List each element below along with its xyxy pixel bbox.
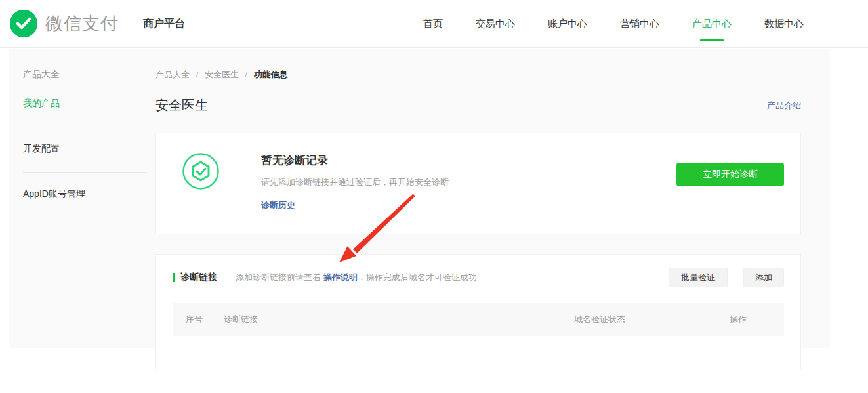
- header-divider: [131, 16, 131, 31]
- operation-guide-link[interactable]: 操作说明: [323, 272, 358, 282]
- nav-item-marketing-center[interactable]: 营销中心: [620, 18, 659, 30]
- breadcrumb-function-info: 功能信息: [254, 70, 288, 79]
- top-header: 微信支付 商户平台 首页 交易中心 账户中心 营销中心 产品中心 数据中心: [0, 0, 868, 48]
- main-content: 产品大全 / 安全医生 / 功能信息 安全医生 产品介绍 暂无诊断记录 请先添加…: [155, 49, 801, 348]
- column-header-link: 诊断链接: [224, 314, 574, 325]
- sidebar-item-all-products[interactable]: 产品大全: [9, 69, 155, 81]
- column-header-index: 序号: [173, 314, 224, 325]
- links-hint-text: 添加诊断链接前请查看 操作说明，操作完成后域名才可验证成功: [236, 272, 477, 283]
- product-intro-link[interactable]: 产品介绍: [767, 100, 801, 112]
- sidebar-divider: [23, 172, 146, 173]
- nav-item-home[interactable]: 首页: [423, 18, 443, 30]
- sidebar-item-my-products[interactable]: 我的产品: [9, 98, 155, 110]
- breadcrumb-separator: /: [196, 70, 199, 79]
- start-diagnosis-button[interactable]: 立即开始诊断: [676, 163, 784, 186]
- links-card-header: 诊断链接 添加诊断链接前请查看 操作说明，操作完成后域名才可验证成功 批量验证 …: [173, 268, 784, 287]
- nav-item-transaction-center[interactable]: 交易中心: [476, 18, 515, 30]
- nav-item-account-center[interactable]: 账户中心: [548, 18, 587, 30]
- breadcrumb: 产品大全 / 安全医生 / 功能信息: [155, 69, 801, 81]
- nav-item-product-center[interactable]: 产品中心: [692, 18, 732, 30]
- section-title: 诊断链接: [180, 272, 217, 283]
- hint-suffix: ，操作完成后域名才可验证成功: [358, 272, 477, 282]
- add-link-button[interactable]: 添加: [743, 268, 784, 287]
- breadcrumb-security-doctor[interactable]: 安全医生: [205, 70, 239, 79]
- brand-name: 微信支付: [45, 12, 119, 35]
- batch-verify-button[interactable]: 批量验证: [669, 268, 728, 287]
- top-navigation: 首页 交易中心 账户中心 营销中心 产品中心 数据中心: [423, 18, 804, 30]
- title-row: 安全医生 产品介绍: [155, 96, 801, 114]
- links-table-header: 序号 诊断链接 域名验证状态 操作: [173, 303, 784, 336]
- sidebar: 产品大全 我的产品 开发配置 AppID账号管理: [9, 49, 155, 348]
- wechat-pay-logo-icon: [10, 10, 37, 37]
- diagnosis-empty-card: 暂无诊断记录 请先添加诊断链接并通过验证后，再开始安全诊断 诊断历史 立即开始诊…: [155, 133, 801, 234]
- breadcrumb-all-products[interactable]: 产品大全: [155, 70, 190, 79]
- brand-logo[interactable]: 微信支付: [10, 10, 119, 37]
- column-header-action: 操作: [692, 314, 784, 325]
- sidebar-item-appid-account[interactable]: AppID账号管理: [9, 188, 155, 200]
- page-title: 安全医生: [155, 96, 208, 114]
- portal-name: 商户平台: [143, 17, 185, 31]
- sidebar-item-dev-config[interactable]: 开发配置: [9, 143, 155, 155]
- column-header-domain-status: 域名验证状态: [574, 314, 692, 325]
- section-marker-bar: [173, 273, 175, 282]
- hint-prefix: 添加诊断链接前请查看: [236, 272, 323, 282]
- breadcrumb-separator: /: [245, 70, 248, 79]
- diagnosis-history-link[interactable]: 诊断历史: [261, 199, 295, 211]
- nav-item-data-center[interactable]: 数据中心: [764, 18, 804, 30]
- workspace: 产品大全 我的产品 开发配置 AppID账号管理 产品大全 / 安全医生 / 功…: [9, 49, 830, 348]
- sidebar-divider: [23, 127, 146, 127]
- security-shield-icon: [182, 153, 219, 190]
- diagnosis-links-card: 诊断链接 添加诊断链接前请查看 操作说明，操作完成后域名才可验证成功 批量验证 …: [155, 254, 801, 369]
- links-card-actions: 批量验证 添加: [669, 268, 784, 287]
